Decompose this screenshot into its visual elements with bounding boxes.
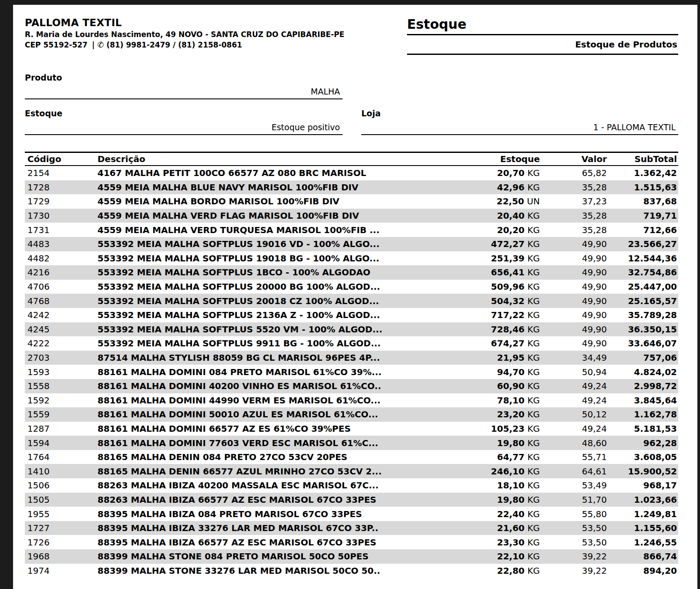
cell-stock: 22,80 KG bbox=[448, 565, 540, 576]
report-viewer-frame: PALLOMA TEXTIL R. Maria de Lourdes Nasci… bbox=[0, 0, 700, 589]
cell-value: 49,24 bbox=[540, 381, 607, 391]
cell-stock: 728,46 KG bbox=[448, 324, 540, 335]
stock-quantity: 246,10 bbox=[491, 466, 525, 477]
cell-value: 50,12 bbox=[540, 409, 607, 420]
cell-subtotal: 3.845,64 bbox=[607, 395, 678, 406]
cell-value: 49,90 bbox=[540, 310, 607, 320]
table-row: 4768 553392 MEIA MALHA SOFTPLUS 20018 CZ… bbox=[25, 294, 678, 308]
cell-stock: 94,70 KG bbox=[448, 367, 540, 377]
report-subtitle: Estoque de Produtos bbox=[407, 35, 678, 55]
stock-unit: KG bbox=[527, 239, 540, 249]
cell-description: 88399 MALHA STONE 33276 LAR MED MARISOL … bbox=[98, 565, 448, 576]
stock-unit: KG bbox=[527, 367, 540, 377]
table-row: 1727 88395 MALHA IBIZA 33276 LAR MED MAR… bbox=[25, 521, 678, 535]
filter-estoque-value: Estoque positivo bbox=[25, 118, 343, 135]
stock-unit: KG bbox=[527, 281, 540, 292]
stock-unit: KG bbox=[527, 324, 540, 335]
cell-subtotal: 25.165,57 bbox=[607, 296, 678, 306]
cell-description: 553392 MEIA MALHA SOFTPLUS 9911 BG - 100… bbox=[98, 338, 448, 349]
stock-quantity: 20,40 bbox=[497, 210, 525, 221]
table-row: 1593 88161 MALHA DOMINI 084 PRETO MARISO… bbox=[25, 365, 678, 379]
cell-subtotal: 719,71 bbox=[607, 210, 678, 221]
cell-value: 51,70 bbox=[540, 494, 607, 505]
stock-quantity: 23,30 bbox=[497, 537, 525, 548]
cell-code: 4245 bbox=[25, 324, 98, 335]
stock-unit: KG bbox=[527, 225, 540, 235]
filter-estoque: Estoque Estoque positivo bbox=[25, 108, 343, 135]
cell-stock: 42,96 KG bbox=[448, 182, 540, 193]
stock-unit: KG bbox=[527, 296, 540, 306]
cell-value: 49,90 bbox=[540, 324, 607, 335]
cell-value: 49,90 bbox=[540, 281, 607, 292]
cell-subtotal: 968,17 bbox=[607, 480, 678, 491]
cell-value: 35,28 bbox=[540, 210, 607, 221]
cell-code: 2154 bbox=[25, 168, 98, 178]
table-row: 1974 88399 MALHA STONE 33276 LAR MED MAR… bbox=[25, 564, 678, 578]
cell-description: 4559 MEIA MALHA VERD TURQUESA MARISOL 10… bbox=[98, 225, 448, 235]
stock-quantity: 22,10 bbox=[497, 551, 525, 562]
stock-quantity: 22,40 bbox=[497, 509, 525, 519]
filters-section: Produto MALHA Estoque Estoque positivo L… bbox=[25, 72, 678, 135]
cell-description: 88263 MALHA IBIZA 40200 MASSALA ESC MARI… bbox=[98, 480, 448, 491]
cell-description: 88161 MALHA DOMINI 77603 VERD ESC MARISO… bbox=[98, 438, 448, 448]
cell-value: 64,61 bbox=[540, 466, 607, 477]
cell-subtotal: 25.447,00 bbox=[607, 281, 678, 292]
cell-code: 1558 bbox=[25, 381, 98, 391]
cell-code: 1730 bbox=[25, 210, 98, 221]
cell-code: 1506 bbox=[25, 480, 98, 491]
company-contact-line: CEP 55192-527|✆ (81) 9981-2479 / (81) 21… bbox=[25, 40, 407, 49]
cell-code: 1592 bbox=[25, 395, 98, 406]
cell-code: 1974 bbox=[25, 565, 98, 576]
stock-quantity: 656,41 bbox=[491, 267, 525, 278]
stock-unit: KG bbox=[527, 565, 540, 576]
cell-subtotal: 837,68 bbox=[607, 196, 678, 206]
cell-description: 88395 MALHA IBIZA 66577 AZ ESC MARISOL 6… bbox=[98, 537, 448, 548]
cell-description: 88165 MALHA DENIN 66577 AZUL MRINHO 27CO… bbox=[98, 466, 448, 477]
cell-value: 35,28 bbox=[540, 225, 607, 235]
cell-stock: 18,10 KG bbox=[448, 480, 540, 491]
stock-unit: KG bbox=[527, 423, 540, 434]
cell-code: 1594 bbox=[25, 438, 98, 448]
filter-loja-label: Loja bbox=[361, 108, 678, 118]
cell-value: 39,22 bbox=[540, 565, 607, 576]
cell-description: 553392 MEIA MALHA SOFTPLUS 5520 VM - 100… bbox=[98, 324, 448, 335]
stock-unit: KG bbox=[527, 267, 540, 278]
table-row: 1594 88161 MALHA DOMINI 77603 VERD ESC M… bbox=[25, 436, 678, 450]
table-row: 4482 553392 MEIA MALHA SOFTPLUS 19018 BG… bbox=[25, 251, 678, 266]
stock-unit: KG bbox=[527, 480, 540, 491]
cell-subtotal: 1.162,78 bbox=[607, 409, 678, 420]
cell-description: 88161 MALHA DOMINI 084 PRETO MARISOL 61%… bbox=[98, 367, 448, 377]
report-header: PALLOMA TEXTIL R. Maria de Lourdes Nasci… bbox=[25, 16, 678, 55]
cell-stock: 23,20 KG bbox=[448, 409, 540, 420]
cell-value: 49,24 bbox=[540, 423, 607, 434]
cell-stock: 674,27 KG bbox=[448, 338, 540, 349]
cell-description: 88395 MALHA IBIZA 084 PRETO MARISOL 67CO… bbox=[98, 509, 448, 519]
cell-subtotal: 35.789,28 bbox=[607, 310, 678, 320]
cell-subtotal: 32.754,86 bbox=[607, 267, 678, 278]
stock-unit: KG bbox=[527, 509, 540, 519]
cell-subtotal: 33.646,07 bbox=[607, 338, 678, 349]
stock-unit: KG bbox=[527, 409, 540, 420]
cell-description: 88161 MALHA DOMINI 40200 VINHO ES MARISO… bbox=[98, 381, 448, 391]
stock-quantity: 64,77 bbox=[497, 452, 525, 462]
cell-description: 4559 MEIA MALHA BLUE NAVY MARISOL 100%FI… bbox=[98, 182, 448, 193]
column-header-code: Código bbox=[25, 154, 98, 164]
cell-code: 1726 bbox=[25, 537, 98, 548]
stock-quantity: 60,90 bbox=[497, 381, 525, 391]
phone-icon: ✆ bbox=[97, 40, 104, 49]
cell-stock: 19,80 KG bbox=[448, 438, 540, 448]
stock-unit: KG bbox=[527, 537, 540, 548]
cell-stock: 22,40 KG bbox=[448, 509, 540, 519]
table-row: 1505 88263 MALHA IBIZA 66577 AZ ESC MARI… bbox=[25, 493, 678, 507]
filter-produto-value: MALHA bbox=[25, 83, 343, 99]
stock-quantity: 504,32 bbox=[491, 296, 525, 306]
cell-stock: 64,77 KG bbox=[448, 452, 540, 462]
report-page: PALLOMA TEXTIL R. Maria de Lourdes Nasci… bbox=[13, 5, 697, 589]
cell-value: 55,80 bbox=[540, 509, 607, 519]
company-address: R. Maria de Lourdes Nascimento, 49 NOVO … bbox=[25, 30, 407, 39]
cell-description: 88161 MALHA DOMINI 44990 VERM ES MARISOL… bbox=[98, 395, 448, 406]
stock-unit: KG bbox=[527, 494, 540, 505]
cell-code: 1955 bbox=[25, 509, 98, 519]
cell-code: 1968 bbox=[25, 551, 98, 562]
cell-description: 87514 MALHA STYLISH 88059 BG CL MARISOL … bbox=[98, 352, 448, 363]
